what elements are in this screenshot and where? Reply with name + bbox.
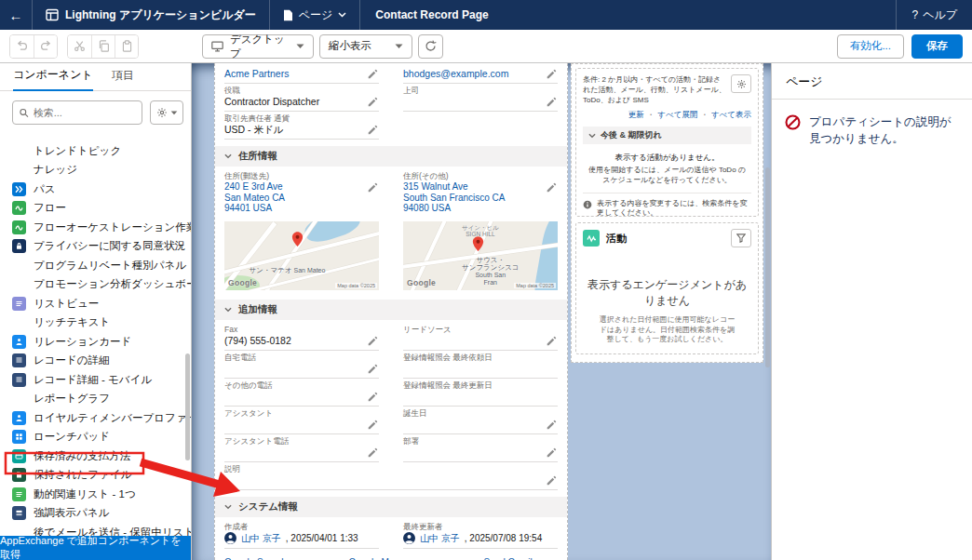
section-title: 今後 & 期限切れ bbox=[601, 129, 662, 141]
help-button[interactable]: ? ヘルプ bbox=[897, 7, 972, 23]
sidebar-item-label: プライバシーに関する同意状況 bbox=[34, 239, 185, 253]
edit-pencil-icon[interactable] bbox=[368, 447, 378, 458]
sidebar-item[interactable]: 保存済みの支払方法 bbox=[0, 447, 191, 466]
edit-pencil-icon[interactable] bbox=[368, 392, 378, 402]
edit-pencil-icon[interactable] bbox=[368, 336, 378, 346]
edit-pencil-icon[interactable] bbox=[547, 69, 557, 79]
canvas-scrollbar[interactable] bbox=[765, 167, 770, 367]
properties-error: プロパティシートの説明が見つかりません。 bbox=[772, 100, 972, 161]
appexchange-footer-button[interactable]: AppExchange で追加コンポーネントを取得 bbox=[0, 536, 191, 560]
pages-menu[interactable]: ページ bbox=[270, 7, 360, 23]
section-additional[interactable]: 追加情報 bbox=[215, 300, 567, 320]
search-box[interactable] bbox=[12, 100, 142, 125]
address-line[interactable]: 94080 USA bbox=[403, 203, 541, 214]
edit-pencil-icon[interactable] bbox=[368, 97, 378, 107]
refresh-link[interactable]: 更新 bbox=[628, 110, 644, 119]
section-system[interactable]: システム情報 bbox=[215, 497, 567, 517]
sidebar-scrollbar[interactable] bbox=[185, 353, 190, 460]
modified-by-link[interactable]: 山中 京子 bbox=[420, 532, 460, 545]
sidebar-item[interactable]: リッチテキスト bbox=[0, 313, 191, 333]
edit-pencil-icon[interactable] bbox=[368, 364, 378, 374]
map-mailing-address[interactable]: サン・マテオ San Mateo Google Map data ©2025 bbox=[224, 221, 379, 290]
sidebar-item[interactable]: リストビュー bbox=[0, 294, 191, 313]
edit-pencil-icon[interactable] bbox=[547, 447, 557, 458]
upcoming-overdue-section[interactable]: 今後 & 期限切れ bbox=[583, 127, 751, 144]
sidebar-item[interactable]: プロモーション分析ダッシュボード bbox=[0, 275, 191, 295]
view-mode-selector[interactable]: 縮小表示 bbox=[319, 34, 412, 59]
edit-pencil-icon[interactable] bbox=[368, 69, 378, 79]
undo-button[interactable] bbox=[10, 35, 34, 58]
sidebar-item[interactable]: レポートグラフ bbox=[0, 390, 191, 409]
sidebar-item[interactable]: リレーションカード bbox=[0, 332, 191, 352]
sidebar-item[interactable]: レコードの詳細 bbox=[0, 352, 191, 371]
view-all-link[interactable]: すべて表示 bbox=[711, 110, 751, 119]
edit-pencil-icon[interactable] bbox=[547, 336, 557, 346]
account-name-link[interactable]: Acme Partners bbox=[224, 68, 362, 80]
search-icon bbox=[20, 108, 29, 118]
engagement-timeline-component[interactable]: 活動 表示するエンゲージメントがありません 選択された日付範囲に使用可能なレコー… bbox=[575, 222, 759, 354]
sidebar-item[interactable]: フロー bbox=[0, 199, 191, 219]
sidebar-item[interactable]: ロイヤルティメンバープロファイル bbox=[0, 408, 191, 428]
edit-pencil-icon[interactable] bbox=[547, 182, 557, 193]
custom-link[interactable]: Google Search bbox=[224, 557, 349, 560]
field-label: リードソース bbox=[403, 325, 541, 335]
sidebar-item-label: レコードの詳細 bbox=[34, 353, 110, 367]
component-settings-button[interactable] bbox=[150, 100, 183, 125]
search-input[interactable] bbox=[34, 107, 135, 118]
sidebar-item-dynamic-related-list[interactable]: 動的関連リスト - 1つ bbox=[0, 485, 191, 504]
sidebar-item[interactable]: 強調表示パネル bbox=[0, 504, 191, 524]
cut-button[interactable] bbox=[68, 35, 91, 58]
paste-button[interactable] bbox=[115, 35, 138, 58]
sidebar-item[interactable]: パス bbox=[0, 180, 191, 199]
tab-components[interactable]: コンポーネント bbox=[13, 67, 93, 91]
email-link[interactable]: bhodges@example.com bbox=[403, 68, 541, 80]
sidebar-item[interactable]: ナレッジ bbox=[0, 161, 191, 180]
section-address[interactable]: 住所情報 bbox=[215, 146, 567, 167]
custom-link[interactable]: Send Gmail bbox=[458, 557, 558, 560]
device-selector[interactable]: デスクトップ bbox=[202, 34, 314, 59]
expand-all-link[interactable]: すべて展開 bbox=[657, 110, 697, 119]
tab-fields[interactable]: 項目 bbox=[112, 68, 134, 90]
timeline-filter-button[interactable] bbox=[731, 229, 751, 247]
activity-settings-button[interactable] bbox=[731, 74, 751, 93]
edit-pencil-icon[interactable] bbox=[368, 125, 378, 135]
redo-button[interactable] bbox=[34, 35, 57, 58]
address-line[interactable]: 94401 USA bbox=[224, 203, 362, 214]
edit-pencil-icon[interactable] bbox=[368, 420, 378, 430]
sidebar-item[interactable]: ローンチパッド bbox=[0, 428, 191, 447]
edit-pencil-icon[interactable] bbox=[368, 182, 378, 193]
custom-link[interactable]: Google Maps bbox=[349, 557, 459, 560]
map-other-address[interactable]: サイン・ヒルSIGN HILL サウス・サンフランシスコ South SanFr… bbox=[403, 221, 558, 290]
address-line[interactable]: San Mateo CA bbox=[224, 193, 362, 204]
sidebar-item[interactable]: トレンドトピック bbox=[0, 141, 191, 161]
activity-timeline-component[interactable]: 条件: 2 か月以内・すべての活動・記録された活動、メール、行動、リストメール、… bbox=[575, 68, 759, 217]
edit-pencil-icon[interactable] bbox=[547, 97, 557, 107]
address-line[interactable]: South San Francisco CA bbox=[403, 193, 541, 204]
save-button[interactable]: 保存 bbox=[911, 34, 963, 59]
launchpad-icon bbox=[12, 430, 26, 444]
undo-redo-group bbox=[9, 34, 58, 59]
created-by-link[interactable]: 山中 京子 bbox=[241, 532, 281, 545]
top-nav: ← Lightning アプリケーションビルダー ページ Contact Rec… bbox=[0, 0, 972, 30]
chevron-down-icon bbox=[170, 111, 178, 115]
edit-pencil-icon[interactable] bbox=[547, 475, 557, 486]
back-button[interactable]: ← bbox=[0, 7, 32, 23]
address-line[interactable]: 315 Walnut Ave bbox=[403, 181, 541, 193]
sidebar-item[interactable]: プライバシーに関する同意状況 bbox=[0, 237, 191, 257]
address-line[interactable]: 240 E 3rd Ave bbox=[224, 181, 362, 193]
sidebar-item[interactable]: レコード詳細 - モバイル bbox=[0, 370, 191, 390]
record-detail-component[interactable]: Acme Partners bhodges@example.com 役職Cont… bbox=[214, 63, 568, 560]
sidebar-item[interactable]: プログラムリベート種別パネル bbox=[0, 256, 191, 275]
gear-icon bbox=[736, 79, 747, 89]
activity-wave-icon bbox=[583, 230, 600, 247]
sidebar-item[interactable]: フローオーケストレーション作業... bbox=[0, 218, 191, 237]
edit-pencil-icon[interactable] bbox=[547, 420, 557, 430]
sidebar-item-label: リレーションカード bbox=[34, 335, 131, 349]
copy-button[interactable] bbox=[91, 35, 115, 58]
activate-button[interactable]: 有効化... bbox=[837, 34, 904, 59]
map-city-label: サン・マテオ San Mateo bbox=[250, 266, 326, 275]
section-title: 追加情報 bbox=[238, 303, 277, 316]
refresh-canvas-button[interactable] bbox=[418, 34, 443, 59]
spacer bbox=[12, 315, 26, 329]
sidebar-item[interactable]: 保持されたファイル bbox=[0, 466, 191, 486]
